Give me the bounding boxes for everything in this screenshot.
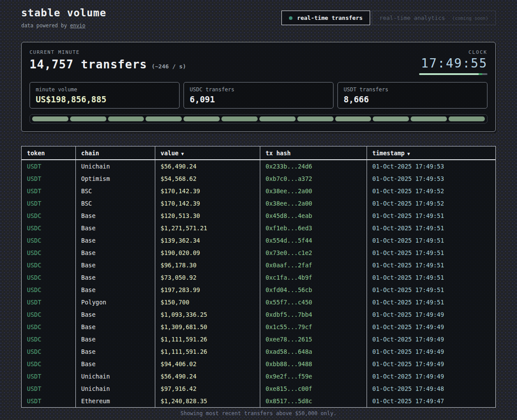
cell-chain: Base: [75, 271, 155, 284]
cell-chain: Unichain: [75, 370, 155, 382]
cell-tx-hash[interactable]: 0x73e0...c1e2: [260, 247, 367, 259]
transfers-table: token chain value▼ tx hash timestamp▼ US…: [21, 146, 496, 408]
cell-tx-hash[interactable]: 0xad58...648a: [260, 345, 367, 358]
cell-chain: Base: [75, 222, 155, 234]
cell-tx-hash[interactable]: 0x45d8...4eab: [260, 210, 367, 222]
sort-desc-icon: ▼: [181, 151, 184, 156]
cell-timestamp: 01-Oct-2025 17:49:49: [367, 308, 495, 321]
clock-block: CLOCK 17:49:55: [419, 49, 487, 75]
envio-link[interactable]: envio: [70, 22, 86, 29]
brand-block: stable volume data powered by envio: [21, 7, 106, 29]
cell-timestamp: 01-Oct-2025 17:49:52: [367, 185, 495, 197]
col-header-token[interactable]: token: [22, 146, 75, 160]
cell-chain: Base: [75, 210, 155, 222]
cell-token: USDT: [22, 172, 75, 185]
activity-segment: [184, 116, 220, 121]
stat-value: US$198,856,885: [36, 94, 173, 104]
cell-token: USDT: [22, 395, 75, 407]
cell-value: $170,142.39: [155, 197, 260, 210]
cell-tx-hash[interactable]: 0x38ee...2a00: [260, 185, 367, 197]
activity-segment: [411, 116, 447, 121]
cell-timestamp: 01-Oct-2025 17:49:49: [367, 358, 495, 370]
col-header-chain[interactable]: chain: [75, 146, 155, 160]
stat-value: 8,666: [344, 94, 481, 104]
cell-timestamp: 01-Oct-2025 17:49:51: [367, 284, 495, 296]
cell-tx-hash[interactable]: 0x233b...24d6: [260, 160, 367, 172]
cell-token: USDC: [22, 271, 75, 284]
cell-timestamp: 01-Oct-2025 17:49:52: [367, 197, 495, 210]
tab-real-time-analytics[interactable]: real-time analytics (coming soon): [372, 11, 496, 25]
cell-timestamp: 01-Oct-2025 17:49:49: [367, 345, 495, 358]
col-header-value[interactable]: value▼: [155, 146, 260, 160]
cell-value: $190,020.09: [155, 247, 260, 259]
activity-segment-bar: [30, 114, 487, 124]
cell-chain: Unichain: [75, 160, 155, 172]
cell-chain: Base: [75, 259, 155, 271]
current-minute-panel: CURRENT MINUTE 14,757 transfers (~246 / …: [21, 42, 496, 132]
cell-chain: Base: [75, 345, 155, 358]
footer-note: Showing most recent transfers above $50,…: [0, 410, 517, 416]
cell-value: $97,916.42: [155, 382, 260, 395]
stat-label: USDT transfers: [344, 86, 481, 93]
col-header-tx-hash[interactable]: tx hash: [260, 146, 367, 160]
cell-timestamp: 01-Oct-2025 17:49:49: [367, 370, 495, 382]
cell-value: $120,513.30: [155, 210, 260, 222]
cell-value: $1,271,571.21: [155, 222, 260, 234]
cell-timestamp: 01-Oct-2025 17:49:51: [367, 210, 495, 222]
cell-tx-hash[interactable]: 0x554d...5f44: [260, 234, 367, 247]
cell-chain: Base: [75, 234, 155, 247]
cell-tx-hash[interactable]: 0x0aaf...2faf: [260, 259, 367, 271]
cell-tx-hash[interactable]: 0xfd04...56cb: [260, 284, 367, 296]
cell-timestamp: 01-Oct-2025 17:49:51: [367, 259, 495, 271]
cell-tx-hash[interactable]: 0x8517...5d8c: [260, 395, 367, 407]
cell-tx-hash[interactable]: 0xdbf5...7bb4: [260, 308, 367, 321]
cell-token: USDC: [22, 333, 75, 345]
cell-tx-hash[interactable]: 0xee78...2615: [260, 333, 367, 345]
clock-label: CLOCK: [419, 49, 487, 55]
page-title: stable volume: [21, 7, 106, 19]
cell-chain: Base: [75, 358, 155, 370]
cell-token: USDC: [22, 284, 75, 296]
cell-timestamp: 01-Oct-2025 17:49:53: [367, 160, 495, 172]
cell-tx-hash[interactable]: 0x9e2f...f59e: [260, 370, 367, 382]
cell-token: USDT: [22, 185, 75, 197]
cell-value: $1,111,591.26: [155, 345, 260, 358]
cell-tx-hash[interactable]: 0xb7c0...a372: [260, 172, 367, 185]
activity-segment: [70, 116, 106, 121]
cell-chain: Base: [75, 247, 155, 259]
activity-segment: [297, 116, 333, 121]
coming-soon-badge: (coming soon): [452, 15, 488, 21]
activity-segment: [449, 116, 485, 121]
cell-tx-hash[interactable]: 0xe815...c00f: [260, 382, 367, 395]
cell-tx-hash[interactable]: 0x38ee...2a00: [260, 197, 367, 210]
cell-timestamp: 01-Oct-2025 17:49:49: [367, 333, 495, 345]
cell-token: USDC: [22, 345, 75, 358]
activity-segment: [221, 116, 258, 121]
tab-label: real-time analytics: [379, 15, 445, 21]
stat-minute-volume: minute volume US$198,856,885: [30, 82, 180, 109]
col-header-timestamp[interactable]: timestamp▼: [367, 146, 495, 160]
cell-value: $197,283.99: [155, 284, 260, 296]
cell-chain: Ethereum: [75, 395, 155, 407]
cell-token: USDC: [22, 210, 75, 222]
cell-token: USDC: [22, 222, 75, 234]
cell-tx-hash[interactable]: 0xf1eb...6ed3: [260, 222, 367, 234]
cell-value: $1,240,828.35: [155, 395, 260, 407]
tab-real-time-transfers[interactable]: real-time transfers: [281, 11, 370, 25]
cell-timestamp: 01-Oct-2025 17:49:51: [367, 271, 495, 284]
cell-token: USDT: [22, 160, 75, 172]
cell-token: USDC: [22, 321, 75, 333]
current-minute-label: CURRENT MINUTE: [30, 49, 186, 55]
cell-tx-hash[interactable]: 0x55f7...c450: [260, 296, 367, 308]
cell-chain: BSC: [75, 185, 155, 197]
cell-chain: Base: [75, 333, 155, 345]
cell-chain: Base: [75, 321, 155, 333]
cell-tx-hash[interactable]: 0xc1fa...4b9f: [260, 271, 367, 284]
cell-token: USDT: [22, 197, 75, 210]
cell-value: $150,700: [155, 296, 260, 308]
cell-value: $94,406.02: [155, 358, 260, 370]
cell-timestamp: 01-Oct-2025 17:49:51: [367, 247, 495, 259]
cell-tx-hash[interactable]: 0x1c55...79cf: [260, 321, 367, 333]
stats-row: minute volume US$198,856,885 USDC transf…: [30, 82, 487, 109]
cell-tx-hash[interactable]: 0xbb88...9488: [260, 358, 367, 370]
